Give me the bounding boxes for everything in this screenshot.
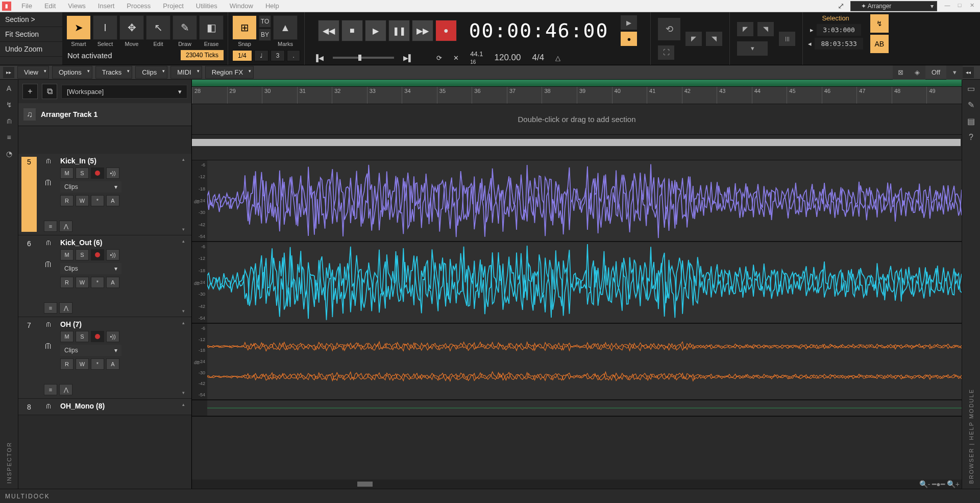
pause-button[interactable]: ❚❚ xyxy=(388,20,410,41)
go-end-button[interactable]: ▶▌ xyxy=(400,54,416,62)
arm-button[interactable] xyxy=(91,249,104,260)
menu-insert[interactable]: Insert xyxy=(92,1,121,11)
browser-icon[interactable]: ▭ xyxy=(965,82,978,95)
archive-button[interactable]: A xyxy=(106,195,119,206)
loop-start-button[interactable]: ◤ xyxy=(737,22,753,36)
grid-dropdown[interactable]: ▾ xyxy=(946,65,963,80)
scrollbar-thumb[interactable] xyxy=(357,482,373,487)
arranger-track-header[interactable]: ♫ Arranger Track 1 xyxy=(18,103,191,126)
track-type-icon[interactable]: ⫙ xyxy=(45,238,52,247)
erase-tool[interactable]: ◧ xyxy=(199,15,224,40)
waveform-icon[interactable]: ⫙ xyxy=(3,114,16,128)
menu-help[interactable]: Help xyxy=(259,1,285,11)
menu-file[interactable]: File xyxy=(15,1,38,11)
close-button[interactable]: ✕ xyxy=(967,2,977,10)
zoom-out-h-icon[interactable]: 🔍- xyxy=(919,480,930,488)
fx-icon[interactable]: ▤ xyxy=(965,114,978,128)
ab-button[interactable]: AB xyxy=(870,35,889,53)
fit-section-button[interactable]: Fit Section xyxy=(0,27,62,42)
menu-project[interactable]: Project xyxy=(157,1,189,11)
mute-button[interactable]: M xyxy=(60,167,74,179)
workspace-select[interactable]: [Workspace]▾ xyxy=(61,85,187,99)
audio-engine-icon[interactable]: ⟳ xyxy=(432,53,446,63)
freeze-button[interactable]: * xyxy=(91,358,104,370)
clock-icon[interactable]: ◔ xyxy=(3,147,16,160)
snap-to-button[interactable]: TO xyxy=(259,15,271,28)
help-icon[interactable]: ? xyxy=(965,131,978,144)
menu-views[interactable]: Views xyxy=(62,1,91,11)
sample-rate[interactable]: 44.116 xyxy=(466,49,487,66)
list-icon[interactable]: ≡ xyxy=(3,131,16,144)
section-button[interactable]: Section > xyxy=(0,12,62,27)
monitor-button[interactable]: •)) xyxy=(106,331,119,342)
write-button[interactable]: W xyxy=(76,277,89,288)
ruler-loop-region[interactable] xyxy=(192,80,962,87)
edit-tool[interactable]: ↖ xyxy=(146,15,170,40)
arm-button[interactable] xyxy=(91,331,104,342)
track-settings-icon[interactable]: ≡ xyxy=(44,221,57,232)
track-name[interactable]: OH (7) xyxy=(60,320,175,328)
automation-icon[interactable]: ↯ xyxy=(3,98,16,111)
menu-utilities[interactable]: Utilities xyxy=(190,1,224,11)
waveform-canvas[interactable] xyxy=(207,400,962,416)
tracks-dropdown[interactable]: Tracks xyxy=(95,66,133,79)
solo-button[interactable]: S xyxy=(76,331,89,342)
snap-by-button[interactable]: BY xyxy=(259,29,271,41)
waveform-canvas[interactable]: dB xyxy=(207,160,962,241)
arm-button[interactable] xyxy=(91,167,104,179)
expand-button[interactable]: ⛶ xyxy=(658,45,674,60)
options-dropdown[interactable]: Options xyxy=(52,66,92,79)
zoom-slider-h[interactable]: ━●━ xyxy=(932,480,944,488)
horizontal-scrollbar[interactable]: 🔍- ━●━ 🔍+ xyxy=(192,480,962,489)
track-number[interactable]: 5 xyxy=(21,157,37,232)
add-track-button[interactable]: + xyxy=(22,84,38,99)
track-type-icon[interactable]: ⫙ xyxy=(45,402,52,410)
track-8[interactable]: 8 ⫙ OH_Mono (8) ▴ xyxy=(18,399,191,415)
track-number[interactable]: 7 xyxy=(21,320,37,395)
maximize-button[interactable]: □ xyxy=(954,2,965,10)
clips-dropdown[interactable]: Clips▾ xyxy=(60,181,121,193)
waveform-lane-5[interactable]: -6-12-18-24-30-42-54dB xyxy=(192,160,962,242)
menu-edit[interactable]: Edit xyxy=(38,1,62,11)
track-automation-icon[interactable]: ⋀ xyxy=(59,221,72,232)
waveform-lane-6[interactable]: -6-12-18-24-30-42-54dB xyxy=(192,242,962,324)
track-type-icon[interactable]: ⫙ xyxy=(45,157,52,165)
track-automation-icon[interactable]: ⋀ xyxy=(59,302,72,314)
waveform-canvas[interactable]: dB xyxy=(207,324,962,399)
rewind-button[interactable]: ◀◀ xyxy=(318,20,339,41)
marker-next-button[interactable]: ◥ xyxy=(706,32,722,46)
text-tool-icon[interactable]: A xyxy=(3,82,16,95)
fullscreen-icon[interactable]: ⤢ xyxy=(838,1,844,11)
curve-button[interactable]: ↯ xyxy=(870,14,889,33)
track-name[interactable]: Kick_Out (6) xyxy=(60,238,175,247)
duplicate-track-button[interactable]: ⧉ xyxy=(42,84,57,99)
track-settings-icon[interactable]: ≡ xyxy=(44,384,57,395)
collapse-track-icon[interactable]: ▴ xyxy=(182,157,185,162)
collapse-left-button[interactable]: ▸▸ xyxy=(3,67,14,78)
stop-button[interactable]: ■ xyxy=(341,20,363,41)
mute-button[interactable]: M xyxy=(60,249,74,260)
monitor-button[interactable]: •)) xyxy=(106,249,119,260)
mute-icon[interactable]: ✕ xyxy=(449,53,463,63)
regionfx-dropdown[interactable]: Region FX xyxy=(205,66,254,79)
track-type-icon[interactable]: ⫙ xyxy=(45,320,52,328)
clips-dropdown[interactable]: Clips▾ xyxy=(60,263,121,274)
ruler-button[interactable]: ⫼ xyxy=(779,32,795,46)
solo-button[interactable]: S xyxy=(76,249,89,260)
collapse-track-icon[interactable]: ▴ xyxy=(182,320,185,325)
selection-from[interactable]: 3:03:000 xyxy=(817,24,861,36)
ruler-numbers[interactable]: 2829303132333435363738394041424344454647… xyxy=(192,87,962,104)
move-tool[interactable]: ✥ xyxy=(119,15,144,40)
waveform-lane-8[interactable] xyxy=(192,400,962,417)
expand-track-icon[interactable]: ▾ xyxy=(182,227,185,232)
archive-button[interactable]: A xyxy=(106,277,119,288)
snap-note-icon[interactable]: ♩ xyxy=(254,50,268,61)
marker-prev-button[interactable]: ◤ xyxy=(685,32,702,46)
undo-zoom-button[interactable]: Undo Zoom xyxy=(0,42,62,57)
envelope-button[interactable]: ⊠ xyxy=(893,65,909,80)
expand-track-icon[interactable]: ▾ xyxy=(182,308,185,314)
mute-button[interactable]: M xyxy=(60,331,74,342)
write-button[interactable]: W xyxy=(76,358,89,370)
clips-dropdown[interactable]: Clips▾ xyxy=(60,345,121,356)
freeze-button[interactable]: * xyxy=(91,277,104,288)
